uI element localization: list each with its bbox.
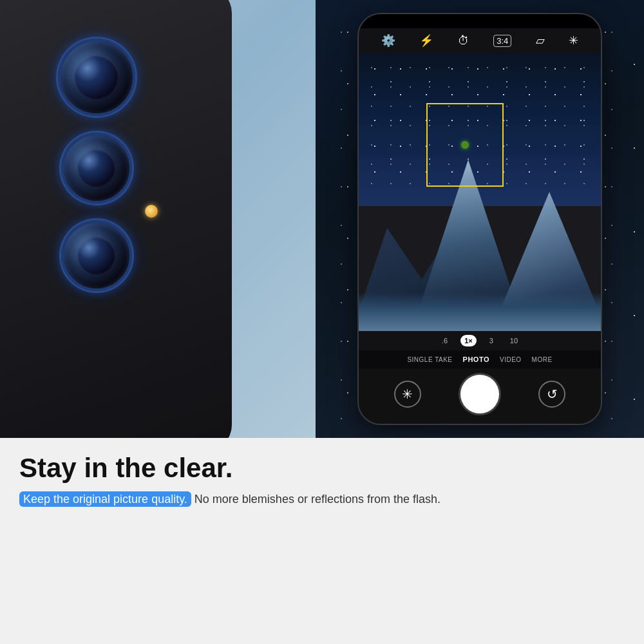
notch-area xyxy=(359,14,601,28)
bottom-section: Stay in the clear. Keep the original pic… xyxy=(0,438,644,644)
zoom-bar: .6 1× 3 10 xyxy=(359,331,601,350)
headline: Stay in the clear. xyxy=(19,453,625,483)
camera-module xyxy=(58,39,135,291)
flash-dot xyxy=(145,205,158,218)
description: Keep the original picture quality. No mo… xyxy=(19,491,625,508)
crop-icon[interactable]: ▱ xyxy=(536,33,545,48)
camera-lens-wide xyxy=(61,133,132,204)
focus-dot xyxy=(461,141,469,149)
camera-top-bar: ⚙️ ⚡ ⏱ 3:4 ▱ ✳ xyxy=(359,28,601,53)
highlight-text-1: Keep the original picture quality. xyxy=(19,491,191,507)
sparkle-icon[interactable]: ✳ xyxy=(569,33,578,48)
left-panel xyxy=(0,0,316,438)
shutter-button[interactable] xyxy=(460,375,499,413)
mode-more[interactable]: MORE xyxy=(532,356,553,363)
phone-frame: ⚙️ ⚡ ⏱ 3:4 ▱ ✳ xyxy=(357,13,602,425)
zoom-3[interactable]: 3 xyxy=(486,335,497,346)
camera-controls: ✳ ↺ xyxy=(359,368,601,424)
camera-modes-bar: SINGLE TAKE PHOTO VIDEO MORE xyxy=(359,350,601,368)
phone-back xyxy=(0,0,232,438)
mode-single-take[interactable]: SINGLE TAKE xyxy=(407,356,452,363)
camera-app: ⚙️ ⚡ ⏱ 3:4 ▱ ✳ xyxy=(359,28,601,424)
aspect-ratio-label[interactable]: 3:4 xyxy=(493,35,511,47)
camera-lens-ultra xyxy=(61,220,132,291)
flash-icon[interactable]: ⚡ xyxy=(419,33,433,48)
focus-box xyxy=(426,103,504,187)
zoom-0.6[interactable]: .6 xyxy=(438,335,451,346)
mode-photo[interactable]: PHOTO xyxy=(463,355,489,363)
camera-lens-main xyxy=(58,39,135,116)
flip-camera-button[interactable]: ↺ xyxy=(538,381,565,408)
mode-video[interactable]: VIDEO xyxy=(500,356,522,363)
settings-icon[interactable]: ⚙️ xyxy=(381,33,395,48)
body-text: No more blemishes or reflections from th… xyxy=(191,493,440,506)
zoom-10[interactable]: 10 xyxy=(506,335,522,346)
right-panel: ⚙️ ⚡ ⏱ 3:4 ▱ ✳ xyxy=(316,0,644,438)
zoom-1x[interactable]: 1× xyxy=(460,335,477,346)
filters-button[interactable]: ✳ xyxy=(394,381,421,408)
timer-icon[interactable]: ⏱ xyxy=(458,34,469,48)
notch xyxy=(454,17,506,26)
snow-base xyxy=(359,292,601,331)
camera-viewfinder xyxy=(359,53,601,331)
